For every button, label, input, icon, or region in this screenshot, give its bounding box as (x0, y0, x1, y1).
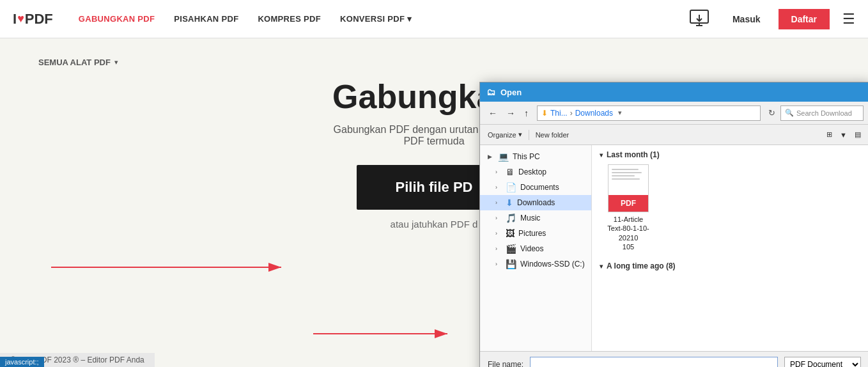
addr-this-pc[interactable]: Thi... (550, 109, 568, 118)
dialog-sidebar: ▶ 💻 This PC › 🖥 Desktop › 📄 Documents › … (480, 145, 592, 351)
addr-download-icon: ⬇ (541, 109, 548, 118)
pdf-line (612, 175, 635, 176)
desktop-icon: 🖥 (506, 167, 515, 177)
pdf-paper: PDF (608, 164, 649, 212)
sidebar-label-music: Music (520, 214, 540, 223)
section-long-time-ago[interactable]: ▾ A long time ago (8) (600, 262, 861, 270)
pdf-line (612, 172, 642, 173)
sidebar-label-videos: Videos (520, 244, 543, 253)
sidebar-item-music[interactable]: › 🎵 Music (480, 210, 591, 226)
sub-nav-label: SEMUA ALAT PDF (38, 58, 111, 67)
sidebar-item-downloads[interactable]: › ⬇ Downloads (480, 195, 591, 210)
nav-pisahkan[interactable]: PISAHKAN PDF (174, 14, 238, 24)
file-name: 11-ArticleText-80-1-10-20210105 (600, 215, 657, 251)
drop-text: atau jatuhkan PDF d (391, 219, 478, 230)
pictures-icon: 🖼 (506, 228, 515, 238)
search-icon: 🔍 (785, 109, 794, 117)
downloads-icon: ⬇ (506, 198, 513, 208)
expand-arrow-icon: › (495, 184, 504, 191)
nav-konversi[interactable]: KONVERSI PDF (340, 14, 412, 24)
masuk-button[interactable]: Masuk (721, 9, 772, 29)
view-list-button[interactable]: ▼ (837, 129, 849, 140)
pdf-line (612, 178, 640, 180)
view-grid-button[interactable]: ⊞ (824, 129, 835, 140)
view-details-button[interactable]: ▤ (852, 129, 864, 140)
expand-arrow-icon: › (495, 199, 504, 206)
pdf-line (612, 169, 639, 170)
dialog-title-icon: 🗂 (486, 87, 495, 97)
logo-heart: ♥ (17, 12, 24, 26)
file-dialog: 🗂 Open ← → ↑ ⬇ Thi... › Downloads ▾ ↻ 🔍 … (479, 82, 868, 367)
sidebar-item-windows-ssd[interactable]: › 💾 Windows-SSD (C:) (480, 256, 591, 272)
new-folder-button[interactable]: New folder (533, 130, 572, 140)
pc-icon: 💻 (498, 152, 509, 162)
addr-downloads[interactable]: Downloads (575, 109, 613, 118)
section-arrow-icon2: ▾ (600, 263, 603, 270)
sub-nav[interactable]: SEMUA ALAT PDF ▾ (38, 58, 118, 67)
expand-arrow-icon: › (495, 261, 504, 267)
dialog-body: ▶ 💻 This PC › 🖥 Desktop › 📄 Documents › … (480, 145, 868, 351)
refresh-button[interactable]: ↻ (766, 107, 778, 119)
sidebar-label-this-pc: This PC (513, 152, 540, 161)
section-last-month[interactable]: ▾ Last month (1) (600, 150, 861, 159)
sidebar-item-this-pc[interactable]: ▶ 💻 This PC (480, 149, 591, 164)
sidebar-label-windows-ssd: Windows-SSD (C:) (520, 260, 585, 269)
expand-arrow-icon: ▶ (488, 153, 497, 160)
toolbar-sep (529, 130, 529, 140)
filename-input[interactable] (530, 357, 778, 367)
sub-nav-arrow-icon: ▾ (114, 58, 118, 66)
search-placeholder: Search Download (796, 109, 852, 117)
sidebar-item-videos[interactable]: › 🎬 Videos (480, 241, 591, 256)
addr-sep: › (570, 109, 573, 118)
dialog-titlebar: 🗂 Open (480, 82, 868, 102)
nav-kompres[interactable]: KOMPRES PDF (258, 14, 321, 24)
sidebar-label-desktop: Desktop (518, 168, 546, 176)
pdf-badge: PDF (608, 195, 648, 212)
dialog-organize-toolbar: Organize ▾ New folder ⊞ ▼ ▤ (480, 125, 868, 145)
view-controls: ⊞ ▼ ▤ (824, 129, 864, 140)
sidebar-label-downloads: Downloads (517, 198, 555, 207)
sidebar-item-pictures[interactable]: › 🖼 Pictures (480, 226, 591, 241)
dialog-title-text: Open (500, 88, 522, 97)
expand-arrow-icon: › (495, 215, 504, 221)
nav-back-button[interactable]: ← (485, 107, 500, 120)
pdf-icon: PDF (606, 164, 651, 212)
ssd-icon: 💾 (506, 259, 516, 269)
monitor-icon (684, 4, 715, 35)
dialog-footer-filename: File name: PDF Document (480, 351, 868, 367)
logo-i: I (13, 11, 17, 27)
pdf-lines (608, 165, 648, 184)
navbar: I ♥ PDF GABUNGKAN PDF PISAHKAN PDF KOMPR… (0, 0, 868, 38)
dialog-nav-toolbar: ← → ↑ ⬇ Thi... › Downloads ▾ ↻ 🔍 Search … (480, 102, 868, 125)
expand-arrow-icon: › (495, 169, 504, 175)
section-long-time-label: A long time ago (8) (607, 262, 676, 270)
js-bar: javascript:; (0, 357, 44, 367)
hamburger-icon[interactable]: ☰ (842, 11, 855, 27)
filetype-select[interactable]: PDF Document (784, 357, 861, 367)
search-bar: 🔍 Search Download (780, 105, 864, 121)
filename-label: File name: (488, 360, 523, 367)
logo[interactable]: I ♥ PDF (13, 11, 53, 27)
daftar-button[interactable]: Daftar (779, 9, 830, 29)
js-bar-label: javascript:; (5, 358, 39, 366)
music-icon: 🎵 (506, 213, 516, 223)
expand-arrow-icon: › (495, 246, 504, 252)
nav-forward-button[interactable]: → (503, 107, 518, 120)
files-grid-last-month: PDF 11-ArticleText-80-1-10-20210105 (600, 164, 861, 251)
nav-up-button[interactable]: ↑ (521, 107, 532, 120)
sidebar-label-pictures: Pictures (518, 229, 546, 238)
organize-button[interactable]: Organize ▾ (485, 129, 525, 140)
sidebar-label-documents: Documents (520, 183, 559, 192)
dialog-file-area: ▾ Last month (1) (592, 145, 868, 351)
nav-gabungkan[interactable]: GABUNGKAN PDF (79, 14, 155, 24)
logo-pdf: PDF (25, 11, 53, 27)
sidebar-item-documents[interactable]: › 📄 Documents (480, 180, 591, 195)
section-last-month-label: Last month (1) (607, 150, 660, 159)
file-item[interactable]: PDF 11-ArticleText-80-1-10-20210105 (600, 164, 657, 251)
nav-links: GABUNGKAN PDF PISAHKAN PDF KOMPRES PDF K… (79, 14, 684, 24)
address-bar[interactable]: ⬇ Thi... › Downloads ▾ (537, 105, 761, 121)
videos-icon: 🎬 (506, 244, 516, 254)
main-content: SEMUA ALAT PDF ▾ Gabungkan f Gabungkan P… (0, 38, 868, 367)
sidebar-item-desktop[interactable]: › 🖥 Desktop (480, 164, 591, 180)
nav-actions: Masuk Daftar ☰ (684, 4, 855, 35)
